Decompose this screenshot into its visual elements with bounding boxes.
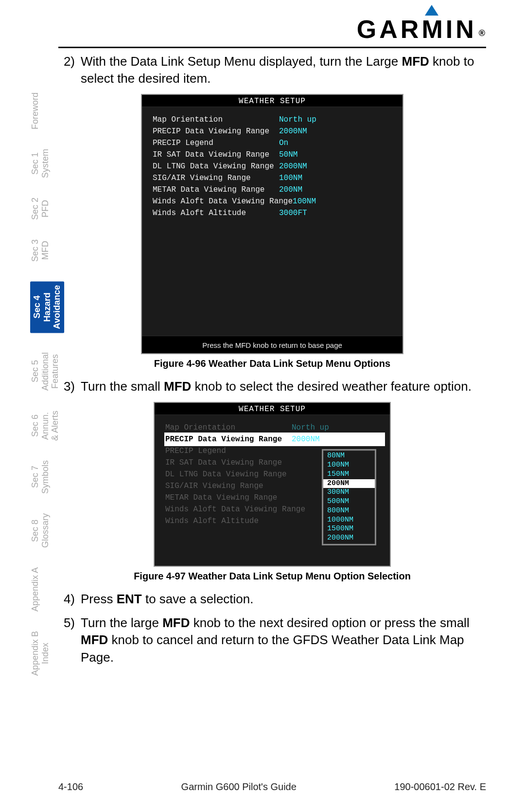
page-footer: 4-106 Garmin G600 Pilot's Guide 190-0060… — [58, 781, 486, 793]
header-rule — [58, 47, 486, 48]
setup-row[interactable]: IR SAT Data Viewing Range50NM — [153, 149, 397, 161]
setup-row: Map OrientationNorth up — [165, 422, 384, 433]
popup-option[interactable]: 1500NM — [323, 524, 375, 534]
registered-mark: ® — [479, 28, 488, 38]
popup-option[interactable]: 100NM — [323, 461, 375, 470]
step-4: 4) Press ENT to save a selection. — [58, 591, 486, 608]
setup-row-label: Winds Aloft Altitude — [153, 209, 279, 217]
setup-row[interactable]: Winds Aloft Data Viewing Range100NM — [153, 196, 397, 207]
header: GARMIN® — [58, 15, 486, 44]
step-3-pre: Turn the small — [81, 379, 164, 394]
section-tab[interactable]: Foreword — [30, 92, 40, 129]
document-page: GARMIN® ForewordSec 1 SystemSec 2 PFDSec… — [0, 0, 525, 812]
screen-body: Map OrientationNorth upPRECIP Data Viewi… — [155, 415, 390, 566]
step-3-post: knob to select the desired weather featu… — [191, 379, 472, 394]
setup-row-label: Winds Aloft Altitude — [165, 517, 292, 525]
setup-row[interactable]: Winds Aloft Altitude3000FT — [153, 207, 397, 219]
setup-row[interactable]: PRECIP Data Viewing Range2000NM — [165, 433, 384, 445]
section-tab[interactable]: Sec 2 PFD — [30, 198, 50, 220]
setup-row-label: IR SAT Data Viewing Range — [165, 458, 292, 467]
setup-row[interactable]: PRECIP LegendOn — [153, 137, 397, 149]
screen-title: WEATHER SETUP — [155, 403, 390, 415]
page-number: 4-106 — [58, 781, 83, 793]
doc-title: Garmin G600 Pilot's Guide — [181, 781, 297, 793]
setup-row-value: 2000NM — [279, 127, 307, 136]
setup-row-value: 2000NM — [279, 162, 307, 171]
setup-row[interactable]: SIG/AIR Viewing Range100NM — [153, 172, 397, 184]
section-tab[interactable]: Appendix B Index — [30, 631, 50, 676]
step-4-pre: Press — [81, 592, 117, 606]
step-text: With the Data Link Setup Menu displayed,… — [81, 53, 486, 87]
step-number: 3) — [58, 378, 81, 395]
section-tab[interactable]: Sec 1 System — [30, 149, 50, 178]
garmin-delta-icon — [425, 5, 438, 16]
setup-row-label: IR SAT Data Viewing Range — [153, 150, 279, 159]
step-5-bold2: MFD — [81, 632, 108, 647]
step-5: 5) Turn the large MFD knob to the next d… — [58, 614, 486, 666]
popup-option[interactable]: 500NM — [323, 497, 375, 506]
popup-option[interactable]: 1000NM — [323, 516, 375, 525]
popup-option[interactable]: 300NM — [323, 488, 375, 497]
step-4-post: to save a selection. — [142, 592, 254, 606]
popup-option[interactable]: 80NM — [323, 451, 375, 461]
setup-row-label: Map Orientation — [153, 115, 279, 124]
popup-option[interactable]: 800NM — [323, 506, 375, 516]
section-tab[interactable]: Sec 7 Symbols — [30, 460, 50, 494]
weather-setup-screen-2: WEATHER SETUP Map OrientationNorth upPRE… — [154, 402, 391, 567]
setup-row[interactable]: DL LTNG Data Viewing Range2000NM — [153, 161, 397, 172]
setup-row[interactable]: Map OrientationNorth up — [153, 114, 397, 126]
step-4-bold: ENT — [117, 592, 142, 606]
setup-row-value: 100NM — [279, 174, 302, 182]
setup-row-label: Winds Aloft Data Viewing Range — [153, 197, 293, 206]
setup-row-value: On — [279, 139, 288, 147]
setup-row-label: METAR Data Viewing Range — [153, 185, 279, 194]
screen-title: WEATHER SETUP — [142, 95, 402, 107]
step-number: 2) — [58, 53, 81, 87]
section-tab[interactable]: Sec 3 MFD — [30, 239, 50, 262]
setup-row-value: North up — [292, 423, 329, 432]
section-tabs: ForewordSec 1 SystemSec 2 PFDSec 3 MFDSe… — [30, 92, 59, 695]
setup-row-value: North up — [279, 115, 316, 124]
range-popup[interactable]: 80NM100NM150NM200NM300NM500NM800NM1000NM… — [322, 449, 376, 545]
garmin-logo: GARMIN® — [357, 15, 486, 44]
setup-row-label: DL LTNG Data Viewing Range — [165, 470, 292, 479]
screen-body: Map OrientationNorth upPRECIP Data Viewi… — [142, 107, 402, 336]
step-text: Turn the small MFD knob to select the de… — [81, 378, 486, 395]
figure-caption-2: Figure 4-97 Weather Data Link Setup Menu… — [58, 571, 486, 582]
setup-row[interactable]: PRECIP Data Viewing Range2000NM — [153, 126, 397, 137]
setup-row-value: 100NM — [293, 197, 316, 206]
figure-caption-1: Figure 4-96 Weather Data Link Setup Menu… — [58, 358, 486, 369]
popup-option[interactable]: 2000NM — [323, 534, 375, 543]
step-5-pre: Turn the large — [81, 615, 162, 630]
section-tab[interactable]: Sec 6 Annun. & Alerts — [30, 411, 60, 441]
step-5-mid: knob to the next desired option or press… — [190, 615, 469, 630]
section-tab[interactable]: Sec 8 Glossary — [30, 513, 50, 548]
garmin-logo-text: GARMIN — [357, 15, 477, 43]
setup-row-label: SIG/AIR Viewing Range — [153, 174, 279, 182]
step-number: 5) — [58, 614, 81, 666]
setup-row-value: 200NM — [279, 185, 302, 194]
step-text: Turn the large MFD knob to the next desi… — [81, 614, 486, 666]
setup-row-label: PRECIP Legend — [165, 447, 292, 455]
section-tab[interactable]: Appendix A — [30, 567, 40, 612]
popup-option[interactable]: 200NM — [323, 479, 375, 488]
step-2-pre: With the Data Link Setup Menu displayed,… — [81, 54, 402, 69]
doc-revision: 190-00601-02 Rev. E — [394, 781, 486, 793]
setup-row-value: 2000NM — [292, 435, 320, 444]
step-5-bold1: MFD — [162, 615, 190, 630]
weather-setup-screen-1: WEATHER SETUP Map OrientationNorth upPRE… — [141, 94, 403, 354]
setup-row-value: 3000FT — [279, 209, 307, 217]
section-tab[interactable]: Sec 4 Hazard Avoidance — [30, 281, 64, 333]
step-3: 3) Turn the small MFD knob to select the… — [58, 378, 486, 395]
setup-row-label: PRECIP Data Viewing Range — [153, 127, 279, 136]
popup-option[interactable]: 150NM — [323, 470, 375, 479]
section-tab[interactable]: Sec 5 Additional Features — [30, 352, 60, 391]
setup-row-label: DL LTNG Data Viewing Range — [153, 162, 279, 171]
step-3-bold: MFD — [164, 379, 191, 394]
setup-row-label: Map Orientation — [165, 423, 292, 432]
setup-row-value: 50NM — [279, 150, 298, 159]
step-2-bold: MFD — [402, 54, 429, 69]
setup-row[interactable]: METAR Data Viewing Range200NM — [153, 184, 397, 196]
step-number: 4) — [58, 591, 81, 608]
step-text: Press ENT to save a selection. — [81, 591, 486, 608]
